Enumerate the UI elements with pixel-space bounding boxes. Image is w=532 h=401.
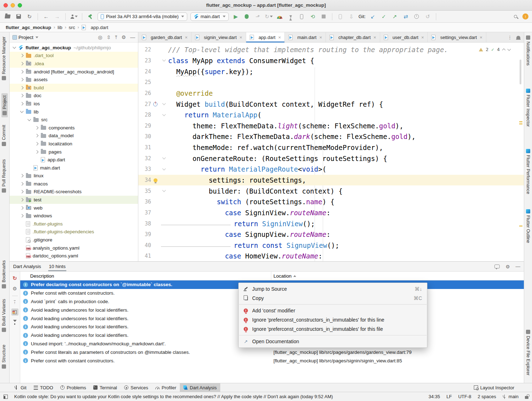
close-icon[interactable]: × xyxy=(480,35,483,40)
close-icon[interactable]: × xyxy=(278,35,281,40)
project-tree-item[interactable]: README-screenshots xyxy=(10,188,138,196)
jump-to-source-icon[interactable]: ↑ xyxy=(14,300,16,304)
code-line[interactable]: 40return const SignupView(); xyxy=(138,240,524,251)
tree-chevron-icon[interactable] xyxy=(20,182,24,185)
tree-chevron-icon[interactable] xyxy=(20,214,24,218)
project-tree-item[interactable]: build xyxy=(10,84,138,92)
column-location[interactable]: Location xyxy=(271,273,524,279)
warning-mark[interactable] xyxy=(519,225,522,227)
notifications-bell-icon[interactable] xyxy=(516,36,520,39)
code-line[interactable]: 38return SigninView(); xyxy=(138,218,524,229)
warning-mark[interactable] xyxy=(519,121,522,122)
project-tree-item[interactable]: macos xyxy=(10,180,138,188)
back-icon[interactable]: ← xyxy=(42,13,50,21)
sidebar-item-flutter-inspector[interactable]: Flutter Inspector xyxy=(526,89,531,127)
project-tree-item[interactable]: android [flutter_agc_mockup_android] xyxy=(10,68,138,76)
tree-chevron-icon[interactable] xyxy=(20,78,24,82)
tab-chapter_db[interactable]: chapter_db.dart× xyxy=(326,32,380,42)
fold-marker-icon[interactable] xyxy=(162,167,166,170)
code-line[interactable]: 23class MyApp extends ConsumerWidget { xyxy=(138,55,524,66)
fold-marker-icon[interactable] xyxy=(162,156,166,160)
tab-app[interactable]: app.dart× xyxy=(246,32,285,42)
inspection-widget[interactable]: 2 ✓ 4 xyxy=(477,46,512,53)
forward-icon[interactable]: → xyxy=(53,13,61,21)
code-line[interactable]: 36 switch (routeSettings.name) { xyxy=(138,196,524,207)
code-line[interactable]: 39 case SignupView.routeName: xyxy=(138,229,524,240)
sidebar-item-notifications[interactable]: Notifications xyxy=(526,35,531,66)
warning-mark[interactable] xyxy=(519,123,522,124)
tree-chevron-icon[interactable] xyxy=(20,174,24,178)
sidebar-item-build-variants[interactable]: Build Variants xyxy=(1,299,6,332)
code-line[interactable]: 25 xyxy=(138,77,524,88)
git-update-icon[interactable]: ↙ xyxy=(369,13,377,21)
tab-user_db[interactable]: user_db.dart× xyxy=(380,32,428,42)
rollback-icon[interactable]: ↺ xyxy=(424,13,432,21)
tree-chevron-icon[interactable] xyxy=(35,134,39,138)
git-branch-widget[interactable]: main xyxy=(503,394,519,399)
project-tree-item[interactable]: windows xyxy=(10,212,138,220)
project-tree-item[interactable]: localization xyxy=(10,140,138,148)
code-line[interactable]: 37 case SigninView.routeName: xyxy=(138,207,524,218)
project-tree-item[interactable]: data_model xyxy=(10,132,138,140)
project-tree-item[interactable]: .dart_tool xyxy=(10,52,138,60)
code-line[interactable]: 24 MyApp({super.key}); xyxy=(138,66,524,77)
search-everywhere-icon[interactable] xyxy=(511,13,519,21)
group-by-severity-icon[interactable] xyxy=(11,308,18,316)
project-tree-item[interactable]: assets xyxy=(10,76,138,84)
project-tree-item[interactable]: lib xyxy=(10,108,138,116)
prev-issue-icon[interactable] xyxy=(502,49,506,52)
close-icon[interactable]: × xyxy=(319,35,322,40)
build-hammer-icon[interactable] xyxy=(87,13,94,21)
intention-bulb-icon[interactable] xyxy=(154,178,157,182)
tree-chevron-icon[interactable] xyxy=(20,62,24,66)
tree-chevron-icon[interactable] xyxy=(20,86,24,89)
code-line[interactable]: 32 onGenerateRoute: (RouteSettings route… xyxy=(138,153,524,164)
sync-icon[interactable]: ↻ xyxy=(26,13,33,21)
save-icon[interactable] xyxy=(15,13,22,21)
error-stripe[interactable] xyxy=(518,57,523,260)
user-profile-icon[interactable] xyxy=(70,13,78,21)
code-line[interactable]: 29 theme: FlexThemeData.light(scheme: Fl… xyxy=(138,120,524,131)
code-line[interactable]: 33 return MaterialPageRoute<void>( xyxy=(138,164,524,175)
tree-chevron-icon[interactable] xyxy=(35,126,39,129)
tool-window-button-services[interactable]: Services xyxy=(121,383,152,392)
scrollbar-thumb[interactable] xyxy=(520,60,521,84)
attach-debugger-icon[interactable]: ⬏ xyxy=(254,13,262,21)
project-tree-item[interactable]: doc xyxy=(10,92,138,100)
close-icon[interactable]: × xyxy=(239,35,242,40)
indent-setting[interactable]: 2 spaces xyxy=(478,394,496,399)
menu-item-open-documentation[interactable]: ↗Open Documentation xyxy=(239,337,427,346)
sidebar-item-bookmarks[interactable]: Bookmarks xyxy=(1,260,6,289)
project-tree-item[interactable]: .idea xyxy=(10,60,138,68)
git-commit-icon[interactable]: ✓ xyxy=(380,13,388,21)
code-area[interactable]: 22/// Top-level widget that implements r… xyxy=(138,43,524,261)
project-tree-item[interactable]: web xyxy=(10,204,138,212)
breadcrumb-item[interactable]: src xyxy=(69,25,75,30)
code-line[interactable]: 22/// Top-level widget that implements r… xyxy=(138,44,524,55)
tree-chevron-icon[interactable] xyxy=(28,117,31,121)
sidebar-item-commit[interactable]: Commit xyxy=(1,125,6,146)
close-icon[interactable]: × xyxy=(185,35,188,40)
breadcrumb-item[interactable]: lib xyxy=(57,25,62,30)
tree-chevron-icon[interactable] xyxy=(35,150,39,154)
code-line[interactable]: 41 case HomeView.routeName: xyxy=(138,251,524,261)
project-tree-item[interactable]: flutter_agc_mockup~/github/philipmjo xyxy=(10,44,138,52)
lock-icon[interactable] xyxy=(525,396,528,399)
project-tree-item[interactable]: test xyxy=(10,196,138,204)
debug-button[interactable] xyxy=(243,13,251,21)
code-line[interactable]: 26 @override xyxy=(138,88,524,99)
code-line[interactable]: 30 darkTheme: FlexThemeData.dark(scheme:… xyxy=(138,131,524,142)
update-available-icon[interactable]: ↑ xyxy=(522,13,528,20)
menu-item-ignore-preferconstconstructorsinimmutables-for[interactable]: !Ignore 'preferconst_constructors_in_imm… xyxy=(239,315,427,324)
tool-window-button-problems[interactable]: Problems xyxy=(57,383,90,392)
breadcrumb-item[interactable]: app.dart xyxy=(91,25,109,30)
fold-marker-icon[interactable] xyxy=(162,102,166,105)
history-clock-icon[interactable] xyxy=(413,13,421,21)
tab-garden_db[interactable]: garden_db.dart× xyxy=(138,32,192,42)
file-encoding[interactable]: UTF-8 xyxy=(458,394,471,399)
tree-chevron-icon[interactable] xyxy=(20,70,24,73)
close-icon[interactable]: × xyxy=(421,35,424,40)
tool-window-button-git[interactable]: Git xyxy=(11,383,30,392)
settings-gear-icon[interactable]: ⚙ xyxy=(505,264,510,269)
sidebar-item-flutter-outline[interactable]: Flutter Outline xyxy=(526,209,531,243)
